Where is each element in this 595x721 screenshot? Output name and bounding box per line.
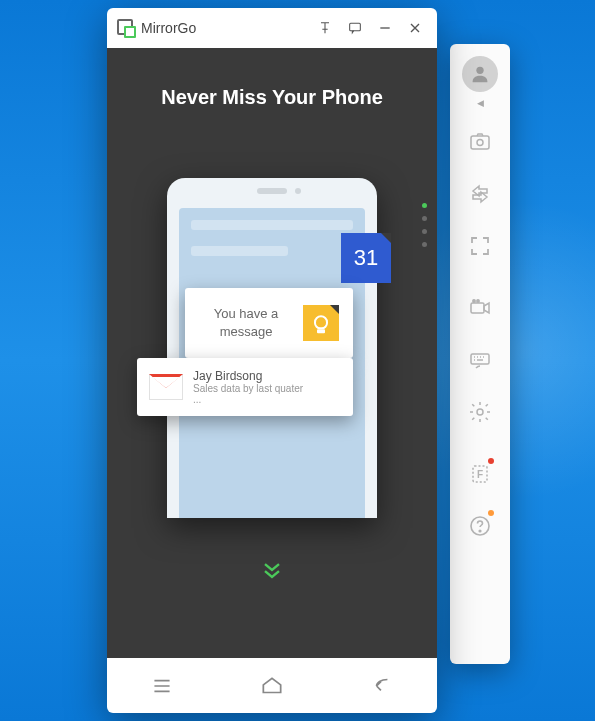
fullscreen-button[interactable] xyxy=(458,220,502,272)
svg-rect-6 xyxy=(471,354,489,364)
pin-button[interactable] xyxy=(313,16,337,40)
side-toolbar: ◀ F xyxy=(450,44,510,664)
app-window: MirrorGo Never Miss Your Phone xyxy=(107,8,437,713)
settings-button[interactable] xyxy=(458,386,502,438)
hero-title: Never Miss Your Phone xyxy=(107,86,437,109)
collapse-arrow-icon[interactable]: ◀ xyxy=(477,98,484,108)
svg-rect-12 xyxy=(350,23,361,30)
svg-rect-1 xyxy=(471,136,489,149)
email-subject: Sales data by last quater xyxy=(193,383,303,394)
carousel-dot-1[interactable] xyxy=(422,203,427,208)
carousel-dot-3[interactable] xyxy=(422,229,427,234)
notification-dot-icon xyxy=(488,510,494,516)
gmail-icon xyxy=(149,374,183,400)
transfer-button[interactable] xyxy=(458,168,502,220)
screenshot-button[interactable] xyxy=(458,116,502,168)
carousel-dots[interactable] xyxy=(422,203,427,247)
message-text: You have a message xyxy=(199,305,293,341)
email-notification: Jay Birdsong Sales data by last quater .… xyxy=(137,358,353,416)
keyboard-button[interactable] xyxy=(458,334,502,386)
app-logo-icon xyxy=(117,19,135,37)
titlebar: MirrorGo xyxy=(107,8,437,48)
svg-point-0 xyxy=(476,67,483,74)
home-button[interactable] xyxy=(252,666,292,706)
form-button[interactable]: F xyxy=(458,448,502,500)
email-from: Jay Birdsong xyxy=(193,369,303,383)
svg-text:F: F xyxy=(477,469,483,480)
carousel-dot-2[interactable] xyxy=(422,216,427,221)
keep-icon xyxy=(303,305,339,341)
svg-point-5 xyxy=(477,300,479,302)
help-button[interactable] xyxy=(458,500,502,552)
close-button[interactable] xyxy=(403,16,427,40)
android-nav-bar xyxy=(107,658,437,713)
svg-point-7 xyxy=(477,409,483,415)
phone-speaker-icon xyxy=(257,188,287,194)
chat-button[interactable] xyxy=(343,16,367,40)
avatar[interactable] xyxy=(462,56,498,92)
svg-point-11 xyxy=(479,530,481,532)
back-button[interactable] xyxy=(362,666,402,706)
scroll-down-icon[interactable] xyxy=(258,556,286,588)
record-button[interactable] xyxy=(458,282,502,334)
carousel-dot-4[interactable] xyxy=(422,242,427,247)
calendar-day: 31 xyxy=(354,245,378,271)
svg-point-4 xyxy=(473,300,475,302)
onboarding-panel: Never Miss Your Phone 31 You have a mess… xyxy=(107,48,437,658)
app-title: MirrorGo xyxy=(141,20,307,36)
email-ellipsis: ... xyxy=(193,394,303,405)
svg-rect-3 xyxy=(471,303,484,313)
menu-button[interactable] xyxy=(142,666,182,706)
minimize-button[interactable] xyxy=(373,16,397,40)
svg-point-2 xyxy=(477,140,483,146)
phone-illustration: 31 You have a message xyxy=(167,178,377,518)
message-notification: You have a message xyxy=(185,288,353,358)
calendar-icon: 31 xyxy=(341,233,391,283)
notification-dot-icon xyxy=(488,458,494,464)
